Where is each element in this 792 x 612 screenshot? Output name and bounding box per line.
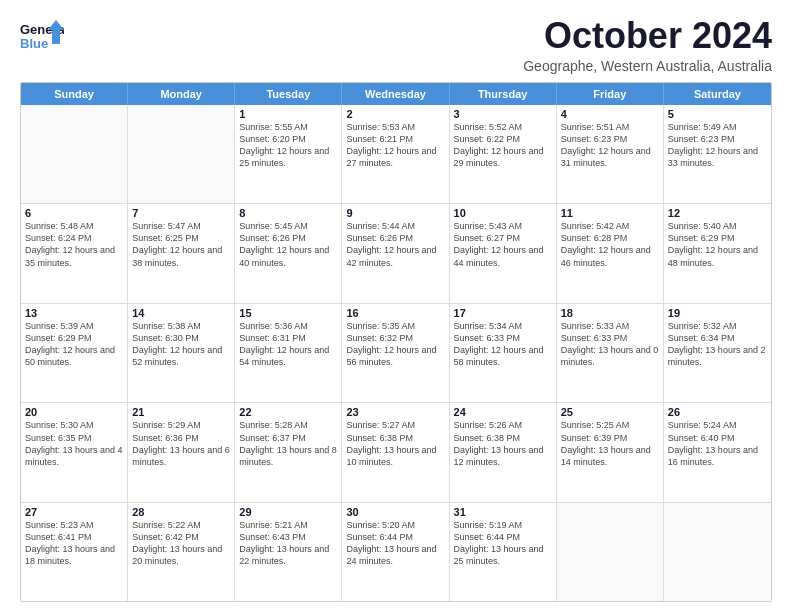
week-row-4: 20Sunrise: 5:30 AM Sunset: 6:35 PM Dayli… [21, 403, 771, 503]
logo-icon: General Blue [20, 16, 64, 56]
day-info: Sunrise: 5:35 AM Sunset: 6:32 PM Dayligh… [346, 320, 444, 369]
day-cell-21: 21Sunrise: 5:29 AM Sunset: 6:36 PM Dayli… [128, 403, 235, 502]
day-info: Sunrise: 5:45 AM Sunset: 6:26 PM Dayligh… [239, 220, 337, 269]
day-info: Sunrise: 5:26 AM Sunset: 6:38 PM Dayligh… [454, 419, 552, 468]
day-number: 19 [668, 307, 767, 319]
week-row-1: 1Sunrise: 5:55 AM Sunset: 6:20 PM Daylig… [21, 105, 771, 205]
day-cell-19: 19Sunrise: 5:32 AM Sunset: 6:34 PM Dayli… [664, 304, 771, 403]
day-cell-27: 27Sunrise: 5:23 AM Sunset: 6:41 PM Dayli… [21, 503, 128, 602]
day-info: Sunrise: 5:23 AM Sunset: 6:41 PM Dayligh… [25, 519, 123, 568]
day-info: Sunrise: 5:44 AM Sunset: 6:26 PM Dayligh… [346, 220, 444, 269]
day-info: Sunrise: 5:33 AM Sunset: 6:33 PM Dayligh… [561, 320, 659, 369]
day-info: Sunrise: 5:30 AM Sunset: 6:35 PM Dayligh… [25, 419, 123, 468]
day-number: 12 [668, 207, 767, 219]
empty-cell [557, 503, 664, 602]
day-cell-7: 7Sunrise: 5:47 AM Sunset: 6:25 PM Daylig… [128, 204, 235, 303]
day-info: Sunrise: 5:40 AM Sunset: 6:29 PM Dayligh… [668, 220, 767, 269]
calendar-body: 1Sunrise: 5:55 AM Sunset: 6:20 PM Daylig… [21, 105, 771, 602]
day-number: 20 [25, 406, 123, 418]
day-cell-10: 10Sunrise: 5:43 AM Sunset: 6:27 PM Dayli… [450, 204, 557, 303]
day-info: Sunrise: 5:51 AM Sunset: 6:23 PM Dayligh… [561, 121, 659, 170]
day-info: Sunrise: 5:28 AM Sunset: 6:37 PM Dayligh… [239, 419, 337, 468]
day-number: 17 [454, 307, 552, 319]
day-cell-28: 28Sunrise: 5:22 AM Sunset: 6:42 PM Dayli… [128, 503, 235, 602]
day-header-monday: Monday [128, 83, 235, 105]
day-header-wednesday: Wednesday [342, 83, 449, 105]
day-number: 10 [454, 207, 552, 219]
day-number: 24 [454, 406, 552, 418]
day-cell-15: 15Sunrise: 5:36 AM Sunset: 6:31 PM Dayli… [235, 304, 342, 403]
day-number: 4 [561, 108, 659, 120]
header: General Blue October 2024 Geographe, Wes… [20, 16, 772, 74]
day-cell-22: 22Sunrise: 5:28 AM Sunset: 6:37 PM Dayli… [235, 403, 342, 502]
day-number: 8 [239, 207, 337, 219]
day-info: Sunrise: 5:24 AM Sunset: 6:40 PM Dayligh… [668, 419, 767, 468]
day-cell-1: 1Sunrise: 5:55 AM Sunset: 6:20 PM Daylig… [235, 105, 342, 204]
day-cell-3: 3Sunrise: 5:52 AM Sunset: 6:22 PM Daylig… [450, 105, 557, 204]
day-info: Sunrise: 5:47 AM Sunset: 6:25 PM Dayligh… [132, 220, 230, 269]
logo: General Blue [20, 16, 64, 56]
day-info: Sunrise: 5:52 AM Sunset: 6:22 PM Dayligh… [454, 121, 552, 170]
day-info: Sunrise: 5:53 AM Sunset: 6:21 PM Dayligh… [346, 121, 444, 170]
day-number: 22 [239, 406, 337, 418]
day-header-friday: Friday [557, 83, 664, 105]
day-cell-12: 12Sunrise: 5:40 AM Sunset: 6:29 PM Dayli… [664, 204, 771, 303]
day-info: Sunrise: 5:25 AM Sunset: 6:39 PM Dayligh… [561, 419, 659, 468]
title-section: October 2024 Geographe, Western Australi… [523, 16, 772, 74]
day-cell-31: 31Sunrise: 5:19 AM Sunset: 6:44 PM Dayli… [450, 503, 557, 602]
day-number: 23 [346, 406, 444, 418]
day-number: 31 [454, 506, 552, 518]
day-info: Sunrise: 5:39 AM Sunset: 6:29 PM Dayligh… [25, 320, 123, 369]
day-number: 26 [668, 406, 767, 418]
day-number: 3 [454, 108, 552, 120]
day-header-tuesday: Tuesday [235, 83, 342, 105]
day-info: Sunrise: 5:38 AM Sunset: 6:30 PM Dayligh… [132, 320, 230, 369]
day-cell-8: 8Sunrise: 5:45 AM Sunset: 6:26 PM Daylig… [235, 204, 342, 303]
day-info: Sunrise: 5:19 AM Sunset: 6:44 PM Dayligh… [454, 519, 552, 568]
day-number: 18 [561, 307, 659, 319]
day-header-thursday: Thursday [450, 83, 557, 105]
empty-cell [128, 105, 235, 204]
day-cell-30: 30Sunrise: 5:20 AM Sunset: 6:44 PM Dayli… [342, 503, 449, 602]
day-number: 15 [239, 307, 337, 319]
day-info: Sunrise: 5:49 AM Sunset: 6:23 PM Dayligh… [668, 121, 767, 170]
day-number: 27 [25, 506, 123, 518]
day-header-sunday: Sunday [21, 83, 128, 105]
day-cell-5: 5Sunrise: 5:49 AM Sunset: 6:23 PM Daylig… [664, 105, 771, 204]
day-cell-14: 14Sunrise: 5:38 AM Sunset: 6:30 PM Dayli… [128, 304, 235, 403]
day-cell-25: 25Sunrise: 5:25 AM Sunset: 6:39 PM Dayli… [557, 403, 664, 502]
day-info: Sunrise: 5:22 AM Sunset: 6:42 PM Dayligh… [132, 519, 230, 568]
day-number: 28 [132, 506, 230, 518]
day-cell-24: 24Sunrise: 5:26 AM Sunset: 6:38 PM Dayli… [450, 403, 557, 502]
week-row-5: 27Sunrise: 5:23 AM Sunset: 6:41 PM Dayli… [21, 503, 771, 602]
day-number: 30 [346, 506, 444, 518]
day-cell-26: 26Sunrise: 5:24 AM Sunset: 6:40 PM Dayli… [664, 403, 771, 502]
month-title: October 2024 [523, 16, 772, 56]
day-number: 2 [346, 108, 444, 120]
page: General Blue October 2024 Geographe, Wes… [0, 0, 792, 612]
day-cell-16: 16Sunrise: 5:35 AM Sunset: 6:32 PM Dayli… [342, 304, 449, 403]
day-number: 16 [346, 307, 444, 319]
week-row-3: 13Sunrise: 5:39 AM Sunset: 6:29 PM Dayli… [21, 304, 771, 404]
day-number: 6 [25, 207, 123, 219]
empty-cell [664, 503, 771, 602]
day-info: Sunrise: 5:36 AM Sunset: 6:31 PM Dayligh… [239, 320, 337, 369]
day-cell-9: 9Sunrise: 5:44 AM Sunset: 6:26 PM Daylig… [342, 204, 449, 303]
empty-cell [21, 105, 128, 204]
day-info: Sunrise: 5:43 AM Sunset: 6:27 PM Dayligh… [454, 220, 552, 269]
day-cell-29: 29Sunrise: 5:21 AM Sunset: 6:43 PM Dayli… [235, 503, 342, 602]
day-cell-4: 4Sunrise: 5:51 AM Sunset: 6:23 PM Daylig… [557, 105, 664, 204]
day-cell-18: 18Sunrise: 5:33 AM Sunset: 6:33 PM Dayli… [557, 304, 664, 403]
day-number: 21 [132, 406, 230, 418]
day-number: 7 [132, 207, 230, 219]
day-number: 5 [668, 108, 767, 120]
day-info: Sunrise: 5:34 AM Sunset: 6:33 PM Dayligh… [454, 320, 552, 369]
day-cell-17: 17Sunrise: 5:34 AM Sunset: 6:33 PM Dayli… [450, 304, 557, 403]
day-cell-2: 2Sunrise: 5:53 AM Sunset: 6:21 PM Daylig… [342, 105, 449, 204]
calendar-header: SundayMondayTuesdayWednesdayThursdayFrid… [21, 83, 771, 105]
day-info: Sunrise: 5:29 AM Sunset: 6:36 PM Dayligh… [132, 419, 230, 468]
day-info: Sunrise: 5:32 AM Sunset: 6:34 PM Dayligh… [668, 320, 767, 369]
day-info: Sunrise: 5:42 AM Sunset: 6:28 PM Dayligh… [561, 220, 659, 269]
day-cell-20: 20Sunrise: 5:30 AM Sunset: 6:35 PM Dayli… [21, 403, 128, 502]
day-info: Sunrise: 5:55 AM Sunset: 6:20 PM Dayligh… [239, 121, 337, 170]
